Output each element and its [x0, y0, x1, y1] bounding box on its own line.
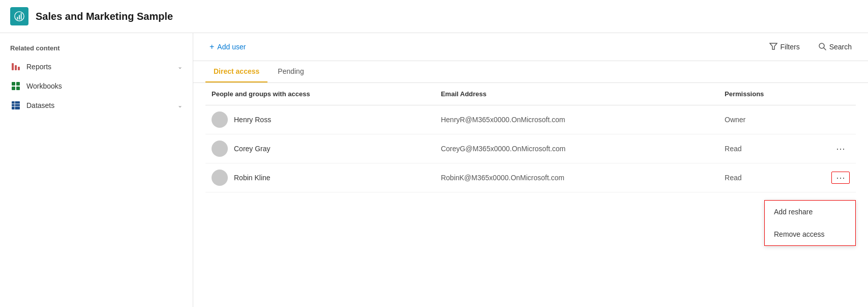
- sidebar-item-reports[interactable]: Reports ⌄: [0, 57, 193, 76]
- user-name: Henry Ross: [234, 116, 271, 124]
- access-table: People and groups with access Email Addr…: [205, 83, 856, 192]
- sidebar-item-datasets[interactable]: Datasets ⌄: [0, 96, 193, 115]
- permission-text: Read: [725, 174, 741, 182]
- toolbar: + Add user Filters: [193, 33, 868, 61]
- sidebar-workbooks-label: Workbooks: [26, 82, 183, 90]
- email-cell-robin: RobinK@M365x0000.OnMicrosoft.com: [435, 163, 719, 192]
- svg-rect-4: [12, 82, 15, 86]
- svg-rect-6: [12, 87, 15, 90]
- add-user-button[interactable]: + Add user: [205, 40, 250, 53]
- col-header-actions: [825, 83, 856, 105]
- svg-rect-5: [16, 82, 20, 86]
- user-cell-corey: Corey Gray: [205, 134, 435, 163]
- user-name: Corey Gray: [234, 145, 271, 153]
- reports-chevron-icon: ⌄: [177, 63, 183, 70]
- actions-cell-corey[interactable]: ⋯: [825, 134, 856, 163]
- avatar: [212, 141, 228, 157]
- sidebar-section-label: Related content: [0, 41, 193, 57]
- toolbar-right: Filters Search: [765, 40, 856, 54]
- main-layout: Related content Reports ⌄: [0, 33, 868, 307]
- user-cell-robin: Robin Kline: [205, 163, 435, 192]
- search-label: Search: [829, 43, 852, 51]
- datasets-chevron-icon: ⌄: [177, 102, 183, 109]
- permission-text: Owner: [725, 116, 745, 124]
- tabs-bar: Direct access Pending: [193, 61, 868, 83]
- permission-cell-henry: Owner: [719, 105, 825, 134]
- sidebar-datasets-label: Datasets: [26, 101, 177, 109]
- context-menu-remove-access[interactable]: Remove access: [765, 223, 855, 245]
- table-row: Henry Ross HenryR@M365x0000.OnMicrosoft.…: [205, 105, 856, 134]
- search-button[interactable]: Search: [814, 40, 856, 54]
- tab-direct-access[interactable]: Direct access: [205, 61, 267, 82]
- col-header-permissions: Permissions: [719, 83, 825, 105]
- grid-icon: [10, 80, 21, 92]
- sidebar-reports-label: Reports: [26, 63, 177, 71]
- header: Sales and Marketing Sample: [0, 0, 868, 33]
- avatar: [212, 170, 228, 186]
- actions-cell-robin[interactable]: ⋯: [825, 163, 856, 192]
- page-title: Sales and Marketing Sample: [36, 11, 173, 22]
- filters-button[interactable]: Filters: [765, 40, 804, 54]
- actions-cell-henry: [825, 105, 856, 134]
- svg-rect-7: [16, 87, 20, 90]
- table-icon: [10, 100, 21, 111]
- svg-rect-3: [18, 67, 20, 70]
- search-icon: [818, 42, 826, 52]
- email-text: HenryR@M365x0000.OnMicrosoft.com: [441, 116, 565, 124]
- plus-icon: +: [209, 42, 214, 51]
- svg-marker-12: [770, 43, 777, 49]
- permission-text: Read: [725, 145, 741, 153]
- table-row: Corey Gray CoreyG@M365x0000.OnMicrosoft.…: [205, 134, 856, 163]
- table-row: Robin Kline RobinK@M365x0000.OnMicrosoft…: [205, 163, 856, 192]
- col-header-people: People and groups with access: [205, 83, 435, 105]
- bar-chart-icon: [10, 61, 21, 72]
- main-content: + Add user Filters: [193, 33, 868, 307]
- col-header-email: Email Address: [435, 83, 719, 105]
- permission-cell-robin: Read: [719, 163, 825, 192]
- tab-pending[interactable]: Pending: [270, 61, 312, 82]
- filter-icon: [769, 42, 777, 52]
- svg-rect-1: [12, 63, 14, 70]
- permission-cell-corey: Read: [719, 134, 825, 163]
- user-name: Robin Kline: [234, 174, 271, 182]
- email-text: RobinK@M365x0000.OnMicrosoft.com: [441, 174, 564, 182]
- svg-rect-2: [15, 65, 17, 70]
- context-menu-add-reshare[interactable]: Add reshare: [765, 201, 855, 223]
- user-cell-henry: Henry Ross: [205, 105, 435, 134]
- more-options-button-robin[interactable]: ⋯: [831, 172, 850, 184]
- svg-rect-8: [12, 101, 20, 109]
- more-options-button-corey[interactable]: ⋯: [831, 143, 850, 155]
- add-user-label: Add user: [217, 43, 246, 51]
- app-icon: [10, 7, 28, 25]
- email-text: CoreyG@M365x0000.OnMicrosoft.com: [441, 145, 565, 153]
- sidebar-item-workbooks[interactable]: Workbooks: [0, 76, 193, 96]
- email-cell-corey: CoreyG@M365x0000.OnMicrosoft.com: [435, 134, 719, 163]
- filters-label: Filters: [781, 43, 800, 51]
- svg-line-14: [824, 48, 826, 50]
- table-area: People and groups with access Email Addr…: [193, 83, 868, 307]
- sidebar: Related content Reports ⌄: [0, 33, 193, 307]
- avatar: [212, 111, 228, 128]
- email-cell-henry: HenryR@M365x0000.OnMicrosoft.com: [435, 105, 719, 134]
- context-menu: Add reshare Remove access: [764, 200, 856, 246]
